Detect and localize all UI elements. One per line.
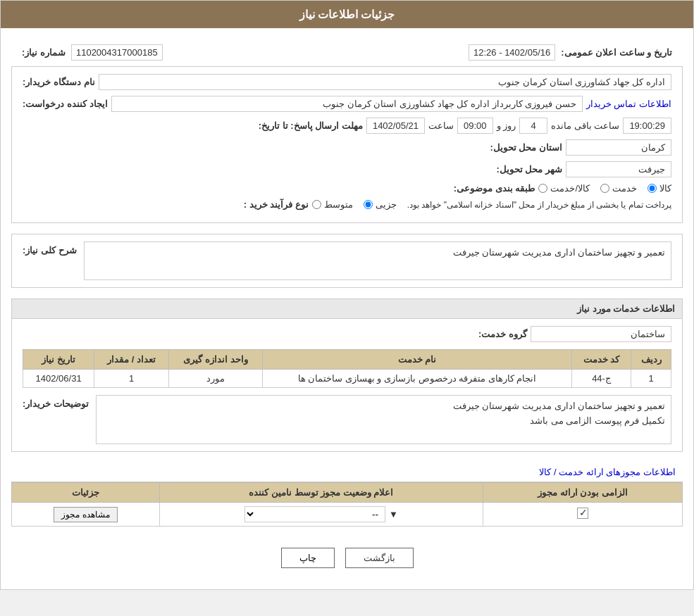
cell-service-code: ج-44: [571, 370, 631, 388]
buyer-org-label: نام دستگاه خریدار:: [23, 77, 95, 87]
subject-kala[interactable]: کالا: [647, 183, 671, 194]
subject-label: طبقه بندی موضوعی:: [454, 183, 535, 194]
license-col-required: الزامی بودن ارائه مجوز: [483, 483, 682, 503]
license-required-checkbox[interactable]: [577, 508, 588, 519]
cell-row-num: 1: [631, 370, 671, 388]
delivery-city-value: جیرفت: [566, 161, 671, 177]
need-desc-section: تعمیر و تجهیز ساختمان اداری مدیریت شهرست…: [11, 234, 683, 288]
page-title: جزئیات اطلاعات نیاز: [299, 8, 395, 20]
delivery-city-label: شهر محل تحویل:: [496, 164, 562, 175]
buyer-desc-line2: تکمیل فرم پیوست الزامی می باشد: [530, 415, 665, 426]
announcement-label: تاریخ و ساعت اعلان عمومی:: [561, 47, 672, 58]
purchase-type-row: پرداخت تمام یا بخشی از مبلغ خریدار از مح…: [23, 199, 671, 210]
purchase-type-radio-group: متوسط جزیی: [312, 199, 397, 210]
license-col-details: جزئیات: [12, 483, 160, 503]
buyer-description-label: توضیحات خریدار:: [23, 395, 89, 409]
service-group-value: ساختمان: [531, 326, 671, 342]
subject-radio-group: کالا/خدمت خدمت کالا: [538, 183, 671, 194]
buyer-description-value: تعمیر و تجهیز ساختمان اداری مدیریت شهرست…: [96, 395, 671, 444]
deadline-remaining: 19:00:29: [623, 118, 671, 134]
license-status-select[interactable]: --: [244, 506, 385, 522]
page-wrapper: جزئیات اطلاعات نیاز تاریخ و ساعت اعلان ع…: [0, 0, 694, 590]
announcement-value: 1402/05/16 - 12:26: [469, 44, 555, 61]
deadline-remaining-label: ساعت باقی مانده: [551, 120, 619, 131]
license-details-cell: مشاهده مجوز: [12, 503, 160, 527]
license-section: الزامی بودن ارائه مجوز اعلام وضعیت مجوز …: [11, 482, 683, 527]
deadline-label: مهلت ارسال پاسخ: تا تاریخ:: [259, 120, 363, 131]
city-row: جیرفت شهر محل تحویل:: [23, 161, 671, 177]
requester-link[interactable]: اطلاعات تماس خریدار: [586, 99, 671, 109]
purchase-radio-jozii[interactable]: [364, 200, 373, 209]
purchase-radio-motavasit[interactable]: [312, 200, 321, 209]
service-group-label: گروه خدمت:: [478, 329, 527, 339]
main-info-body: اداره کل جهاد کشاورزی استان کرمان جنوب ن…: [12, 67, 682, 222]
purchase-type-jozii[interactable]: جزیی: [364, 199, 397, 210]
need-description-value: تعمیر و تجهیز ساختمان اداری مدیریت شهرست…: [84, 241, 671, 280]
jozii-label: جزیی: [376, 199, 397, 210]
cell-service-name: انجام کارهای متفرقه درخصوص بازسازی و بهس…: [263, 370, 572, 388]
subject-radio-kala-khidmat[interactable]: [538, 184, 547, 193]
deadline-days-label: روز و: [497, 120, 516, 131]
deadline-days: 4: [519, 118, 547, 134]
province-row: کرمان استان محل تحویل:: [23, 139, 671, 156]
deadline-time-label: ساعت: [428, 120, 454, 131]
announcement-group: تاریخ و ساعت اعلان عمومی: 1402/05/16 - 1…: [469, 44, 672, 61]
subject-khidmat[interactable]: خدمت: [600, 183, 637, 194]
need-number-value: 1102004317000185: [71, 44, 163, 61]
requester-label: ایجاد کننده درخواست:: [23, 99, 108, 109]
services-section: اطلاعات خدمات مورد نیاز ساختمان گروه خدم…: [11, 298, 683, 452]
col-header-date: تاریخ نیاز: [23, 350, 94, 370]
cell-unit: مورد: [168, 370, 262, 388]
print-button[interactable]: چاپ: [281, 548, 335, 568]
content-area: تاریخ و ساعت اعلان عمومی: 1402/05/16 - 1…: [1, 28, 693, 589]
license-table-row: ▼ -- مشاهده مجوز: [12, 503, 683, 527]
buyer-org-row: اداره کل جهاد کشاورزی استان کرمان جنوب ن…: [23, 74, 671, 90]
subject-kala-khidmat[interactable]: کالا/خدمت: [538, 183, 590, 194]
need-description-label: شرح کلی نیاز:: [23, 241, 77, 256]
col-header-row-num: ردیف: [631, 350, 671, 370]
col-header-service-name: نام خدمت: [263, 350, 572, 370]
motavasit-label: متوسط: [324, 199, 353, 210]
subject-row: کالا/خدمت خدمت کالا طبقه بندی موضوعی:: [23, 183, 671, 194]
kala-label: کالا: [659, 183, 671, 194]
back-button[interactable]: بازگشت: [345, 548, 414, 568]
services-body: ساختمان گروه خدمت: ردیف کد خدمت نام خدمت…: [12, 319, 682, 451]
services-title: اطلاعات خدمات مورد نیاز: [12, 299, 682, 319]
subject-radio-khidmat[interactable]: [600, 184, 609, 193]
subject-radio-kala[interactable]: [647, 184, 657, 193]
top-info-row: تاریخ و ساعت اعلان عمومی: 1402/05/16 - 1…: [11, 39, 683, 66]
col-header-unit: واحد اندازه گیری: [168, 350, 262, 370]
need-number-group: 1102004317000185 شماره نیاز:: [22, 44, 163, 61]
deadline-time: 09:00: [457, 118, 493, 134]
buyer-org-value: اداره کل جهاد کشاورزی استان کرمان جنوب: [99, 74, 671, 90]
purchase-type-label: نوع فرآیند خرید :: [244, 199, 309, 210]
col-header-service-code: کد خدمت: [571, 350, 631, 370]
cell-date: 1402/06/31: [23, 370, 94, 388]
col-header-quantity: تعداد / مقدار: [94, 350, 169, 370]
service-table-row: 1 ج-44 انجام کارهای متفرقه درخصوص بازساز…: [23, 370, 671, 388]
need-number-label: شماره نیاز:: [22, 47, 66, 58]
services-table: ردیف کد خدمت نام خدمت واحد اندازه گیری ت…: [23, 349, 671, 388]
license-section-link[interactable]: اطلاعات مجوزهای ارائه خدمت / کالا: [11, 463, 683, 482]
buyer-desc-line1: تعمیر و تجهیز ساختمان اداری مدیریت شهرست…: [453, 401, 665, 411]
main-info-section: اداره کل جهاد کشاورزی استان کرمان جنوب ن…: [11, 66, 683, 223]
purchase-type-motavasit[interactable]: متوسط: [312, 199, 353, 210]
delivery-province-label: استان محل تحویل:: [490, 142, 562, 153]
requester-row: اطلاعات تماس خریدار حسن فیروزی کاربرداز …: [23, 96, 671, 112]
license-status-cell: ▼ --: [159, 503, 483, 527]
action-buttons: بازگشت چاپ: [11, 537, 683, 579]
dropdown-arrow-icon: ▼: [389, 509, 398, 520]
requester-value: حسن فیروزی کاربرداز اداره کل جهاد کشاورز…: [111, 96, 583, 112]
cell-quantity: 1: [94, 370, 169, 388]
kala-khidmat-label: کالا/خدمت: [550, 183, 590, 194]
service-group-row: ساختمان گروه خدمت:: [23, 326, 671, 342]
delivery-province-value: کرمان: [566, 139, 671, 156]
deadline-date: 1402/05/21: [366, 118, 425, 134]
khidmat-label: خدمت: [612, 183, 637, 194]
license-table: الزامی بودن ارائه مجوز اعلام وضعیت مجوز …: [11, 482, 683, 527]
deadline-row: 19:00:29 ساعت باقی مانده 4 روز و 09:00 س…: [23, 118, 671, 134]
purchase-type-note: پرداخت تمام یا بخشی از مبلغ خریدار از مح…: [407, 200, 671, 210]
license-link-text: اطلاعات مجوزهای ارائه خدمت / کالا: [539, 467, 676, 477]
page-header: جزئیات اطلاعات نیاز: [1, 1, 693, 28]
view-license-button[interactable]: مشاهده مجوز: [54, 507, 117, 522]
